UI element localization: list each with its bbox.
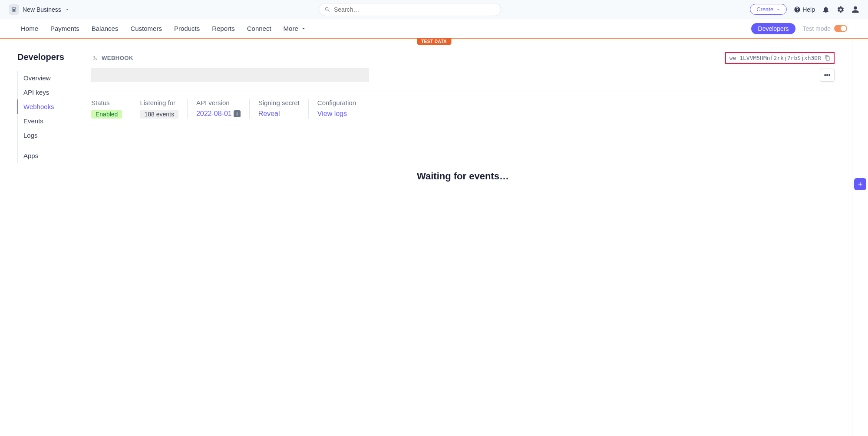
- test-mode-toggle[interactable]: [834, 25, 847, 32]
- create-label: Create: [756, 6, 773, 13]
- info-row: Status Enabled Listening for 188 events …: [91, 90, 835, 119]
- title-row: •••: [91, 68, 835, 82]
- test-mode-label: Test mode: [802, 25, 831, 32]
- sidebar-item-apps[interactable]: Apps: [17, 149, 78, 163]
- waiting-message: Waiting for events…: [91, 171, 835, 182]
- sidebar-item-logs[interactable]: Logs: [17, 128, 78, 142]
- info-status: Status Enabled: [91, 99, 131, 119]
- view-logs-link[interactable]: View logs: [317, 110, 347, 117]
- webhook-id[interactable]: we_1LVVM5HMnf2rkj7rbSjxh3DR: [725, 52, 835, 64]
- info-config: Configuration View logs: [317, 99, 365, 119]
- nav-more-label: More: [284, 25, 298, 32]
- chevron-down-icon: [301, 26, 306, 31]
- person-icon: [851, 6, 859, 13]
- sidebar-title: Developers: [17, 52, 78, 62]
- listening-label: Listening for: [140, 99, 178, 106]
- create-button[interactable]: Create: [750, 4, 787, 15]
- clipboard-icon: [825, 55, 830, 61]
- webhook-header: WEBHOOK we_1LVVM5HMnf2rkj7rbSjxh3DR: [91, 52, 835, 64]
- secret-label: Signing secret: [258, 99, 300, 106]
- info-api-version: API version 2022-08-01 i: [196, 99, 250, 119]
- info-icon: i: [234, 110, 241, 117]
- nav-customers[interactable]: Customers: [130, 25, 162, 32]
- main-area: Developers Overview API keys Webhooks Ev…: [0, 39, 852, 436]
- api-version-text: 2022-08-01: [196, 110, 232, 118]
- sidebar-item-events[interactable]: Events: [17, 114, 78, 128]
- content: WEBHOOK we_1LVVM5HMnf2rkj7rbSjxh3DR ••• …: [78, 39, 852, 436]
- more-actions-button[interactable]: •••: [820, 69, 835, 82]
- sidebar-item-api-keys[interactable]: API keys: [17, 85, 78, 99]
- nav-more[interactable]: More: [284, 25, 306, 32]
- settings-button[interactable]: [837, 6, 845, 13]
- api-version-label: API version: [196, 99, 241, 106]
- search-icon: [324, 7, 330, 13]
- gear-icon: [837, 6, 845, 13]
- navbar-right: Developers Test mode: [751, 23, 847, 34]
- bell-icon: [822, 6, 830, 13]
- status-badge: Enabled: [91, 110, 122, 119]
- status-label: Status: [91, 99, 122, 106]
- nav-connect[interactable]: Connect: [247, 25, 271, 32]
- notifications-button[interactable]: [822, 6, 830, 13]
- webhook-url-redacted: [91, 68, 369, 82]
- business-selector[interactable]: New Business: [9, 4, 70, 15]
- plus-icon: [857, 181, 864, 188]
- chevron-down-icon: [776, 7, 780, 12]
- info-listening: Listening for 188 events: [140, 99, 188, 119]
- webhook-icon: [91, 55, 98, 62]
- search-input[interactable]: [334, 6, 495, 13]
- ellipsis-icon: •••: [824, 72, 831, 79]
- search-box[interactable]: [319, 3, 501, 16]
- floating-add-button[interactable]: [854, 178, 866, 190]
- nav-home[interactable]: Home: [21, 25, 38, 32]
- help-icon: [794, 6, 801, 13]
- api-version-value[interactable]: 2022-08-01 i: [196, 110, 241, 118]
- nav-reports[interactable]: Reports: [212, 25, 235, 32]
- webhook-label-text: WEBHOOK: [102, 55, 133, 61]
- topbar: New Business Create Help: [0, 0, 868, 19]
- chevron-down-icon: [65, 7, 70, 12]
- store-icon: [9, 4, 19, 15]
- test-data-strip: TEST DATA: [0, 38, 868, 39]
- sidebar-item-webhooks[interactable]: Webhooks: [17, 99, 78, 114]
- sidebar: Developers Overview API keys Webhooks Ev…: [0, 39, 78, 436]
- test-mode-control: Test mode: [802, 25, 847, 32]
- events-badge[interactable]: 188 events: [140, 110, 178, 119]
- nav-balances[interactable]: Balances: [92, 25, 119, 32]
- info-secret: Signing secret Reveal: [258, 99, 309, 119]
- business-name: New Business: [23, 6, 61, 13]
- topbar-right: Create Help: [750, 4, 859, 15]
- webhook-id-text: we_1LVVM5HMnf2rkj7rbSjxh3DR: [729, 55, 821, 61]
- help-label: Help: [802, 6, 815, 13]
- sidebar-item-overview[interactable]: Overview: [17, 71, 78, 85]
- search-container: [77, 3, 743, 16]
- config-label: Configuration: [317, 99, 356, 106]
- reveal-secret-link[interactable]: Reveal: [258, 110, 280, 117]
- nav-developers[interactable]: Developers: [751, 23, 796, 34]
- nav-products[interactable]: Products: [174, 25, 200, 32]
- test-data-badge: TEST DATA: [417, 38, 451, 45]
- navbar: Home Payments Balances Customers Product…: [0, 19, 868, 38]
- webhook-section-label: WEBHOOK: [91, 55, 133, 62]
- sidebar-spacer: [17, 142, 78, 149]
- help-link[interactable]: Help: [794, 6, 815, 13]
- profile-button[interactable]: [851, 6, 859, 13]
- nav-payments[interactable]: Payments: [50, 25, 79, 32]
